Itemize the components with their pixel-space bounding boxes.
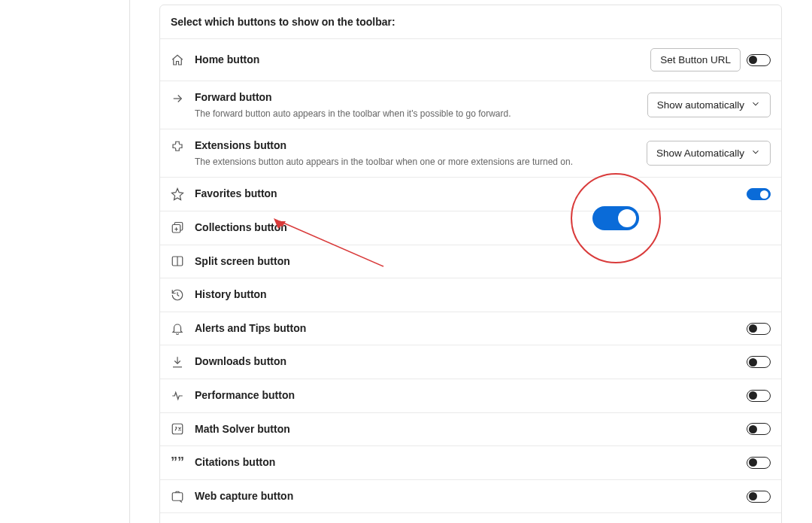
extensions-icon	[171, 140, 184, 154]
forward-dropdown[interactable]: Show automatically	[647, 93, 771, 117]
heartbeat-icon	[171, 389, 184, 403]
row-performance-label: Performance button	[195, 388, 747, 403]
row-extensions: Extensions button The extensions button …	[160, 129, 781, 177]
chevron-down-icon	[750, 147, 761, 160]
row-favorites-label: Favorites button	[195, 187, 747, 202]
row-alerts: Alerts and Tips button	[160, 312, 781, 345]
toggle-webcapture[interactable]	[747, 491, 771, 503]
row-collections-label: Collections button	[195, 220, 747, 236]
row-extensions-desc: The extensions button auto appears in th…	[195, 157, 647, 169]
chevron-down-icon	[750, 99, 761, 111]
toggle-citations[interactable]	[747, 457, 771, 469]
row-performance: Performance button	[160, 379, 781, 412]
row-split-screen: Split screen button	[160, 245, 781, 278]
toggle-downloads[interactable]	[747, 356, 771, 368]
toolbar-buttons-card: Select which buttons to show on the tool…	[159, 5, 782, 523]
row-webselect: Web select button	[160, 512, 781, 523]
home-icon	[171, 53, 184, 67]
row-downloads: Downloads button	[160, 345, 781, 379]
row-webcapture: Web capture button	[160, 479, 781, 513]
set-button-url-button[interactable]: Set Button URL	[650, 48, 741, 71]
history-icon	[171, 288, 184, 302]
toggle-math[interactable]	[747, 423, 771, 435]
row-history-label: History button	[195, 287, 747, 303]
extensions-dropdown[interactable]: Show Automatically	[647, 141, 771, 166]
row-favorites: Favorites button	[160, 177, 781, 211]
toggle-favorites[interactable]	[747, 188, 771, 200]
row-history: History button	[160, 278, 781, 312]
toggle-alerts[interactable]	[747, 323, 771, 335]
bell-icon	[171, 322, 184, 336]
row-citations: ”” Citations button	[160, 445, 781, 479]
toggle-home[interactable]	[747, 54, 771, 66]
web-capture-icon	[171, 490, 184, 503]
collections-icon	[171, 221, 184, 235]
row-forward-desc: The forward button auto appears in the t…	[195, 108, 647, 120]
row-extensions-label: Extensions button	[195, 138, 647, 154]
quote-icon: ””	[171, 456, 184, 470]
row-forward-label: Forward button	[195, 90, 647, 105]
row-alerts-label: Alerts and Tips button	[195, 321, 747, 336]
row-citations-label: Citations button	[195, 455, 747, 470]
math-icon	[171, 422, 184, 436]
row-webcapture-label: Web capture button	[195, 489, 747, 504]
download-icon	[171, 355, 184, 369]
settings-toolbar-section: Select which buttons to show on the tool…	[129, 0, 812, 523]
star-icon	[171, 187, 184, 201]
toggle-performance[interactable]	[747, 390, 771, 402]
section-title: Select which buttons to show on the tool…	[160, 5, 781, 38]
forward-arrow-icon	[171, 92, 184, 105]
row-forward: Forward button The forward button auto a…	[160, 81, 781, 129]
svg-rect-3	[172, 492, 183, 500]
row-home: Home button Set Button URL	[160, 38, 781, 81]
row-math: Math Solver button	[160, 412, 781, 446]
row-collections: Collections button	[160, 211, 781, 245]
row-downloads-label: Downloads button	[195, 354, 747, 369]
svg-rect-2	[172, 424, 183, 435]
row-math-label: Math Solver button	[195, 422, 747, 437]
row-home-label: Home button	[195, 53, 650, 68]
split-screen-icon	[171, 254, 184, 268]
row-split-label: Split screen button	[195, 254, 747, 269]
